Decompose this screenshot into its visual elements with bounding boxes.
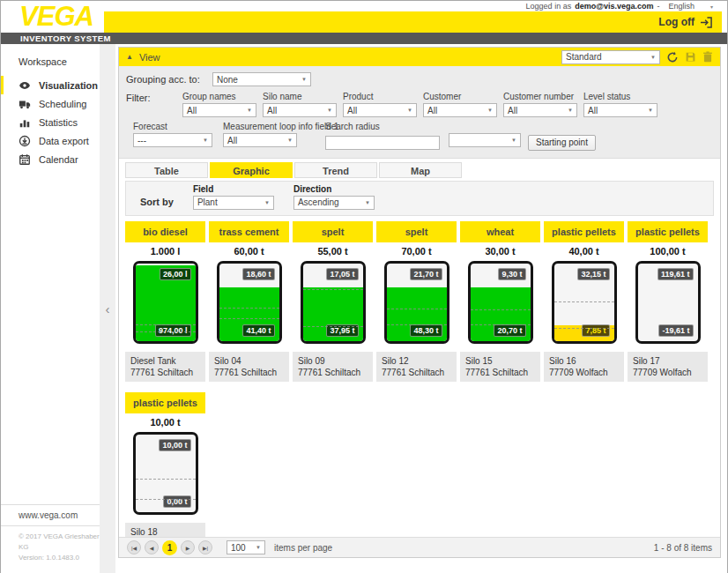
filter-select[interactable]: All▼ [263, 103, 337, 117]
search-radius-input[interactable] [325, 136, 440, 150]
silo-tank[interactable]: 18,60 t 41,40 t [209, 261, 289, 344]
silo-tank[interactable]: 17,05 t 37,95 t [293, 261, 373, 344]
sort-field-select[interactable]: Plant▼ [193, 196, 274, 210]
sidebar-item-data-export[interactable]: Data export [1, 131, 100, 150]
filter-select-value: All [427, 106, 437, 115]
filter-select-value: All [347, 106, 357, 115]
chevron-down-icon: ▼ [264, 200, 270, 205]
tab-table[interactable]: Table [125, 162, 208, 178]
save-view-button[interactable] [685, 51, 696, 63]
copyright-block: © 2017 VEGA Grieshaber KG Version: 1.0.1… [1, 526, 100, 563]
sidebar-item-calendar[interactable]: Calendar [1, 150, 100, 168]
tab-map[interactable]: Map [379, 162, 462, 178]
silo-tank[interactable]: 32,15 t 7,85 t [544, 261, 624, 344]
header-dark-bar: INVENTORY SYSTEM [1, 33, 727, 44]
sort-direction-select[interactable]: Ascending▼ [293, 196, 375, 210]
bar-chart-icon [19, 116, 31, 129]
filter-select[interactable]: All▼ [423, 103, 497, 117]
silo-capacity: 1.000 l [125, 242, 205, 261]
collapse-view-icon[interactable]: ▲ [126, 53, 133, 61]
tab-trend[interactable]: Trend [294, 162, 377, 178]
silo-tank[interactable]: 9,30 t 20,70 t [460, 261, 540, 344]
silo-capacity: 10,00 t [125, 413, 205, 432]
silo-product-header: plastic pellets [544, 221, 624, 242]
silo-location: 77761 Schiltach [214, 367, 284, 379]
silo-tank[interactable]: 26,00 l 974,00 l [125, 261, 205, 344]
sidebar-item-visualization[interactable]: Visualization [1, 76, 100, 94]
starting-point-button[interactable]: Starting point [528, 135, 596, 151]
tank-free-space-label: 119,61 t [657, 268, 694, 280]
filter-select-value: All [267, 106, 277, 115]
items-per-page-label: items per page [274, 543, 332, 553]
filter-select[interactable]: All▼ [583, 103, 657, 117]
silo-product-header: plastic pellets [628, 221, 708, 242]
previous-page-button[interactable]: ◀ [145, 540, 159, 554]
sidebar: Workspace Visualization Scheduling Stati… [1, 44, 100, 573]
silo-tank[interactable]: 21,70 t 48,30 t [376, 261, 457, 344]
next-page-button[interactable]: ▶ [181, 540, 195, 554]
tank-body: 9,30 t 20,70 t [468, 261, 533, 344]
tab-graphic[interactable]: Graphic [210, 162, 293, 178]
silo-product-header: plastic pellets [125, 392, 205, 413]
forecast-select[interactable]: ---▼ [133, 133, 212, 147]
filter-columns: Group names All▼ Silo name All▼ Product … [182, 92, 664, 117]
log-off-button[interactable]: Log off [658, 16, 713, 28]
view-panel-header: ▲ View Standard▼ [119, 48, 720, 66]
workspace-title: Workspace [1, 56, 100, 76]
chevron-down-icon: ▼ [203, 138, 208, 143]
grouping-select[interactable]: None▼ [212, 72, 311, 86]
page-size-select[interactable]: 100▼ [227, 540, 265, 554]
filter-column-label: Customer number [503, 92, 583, 101]
silo-card: plastic pellets 40,00 t 32,15 t 7,85 t S… [544, 221, 624, 382]
collapse-sidebar-chevron-icon[interactable]: ‹ [106, 301, 110, 316]
filter-select[interactable]: All▼ [503, 103, 577, 117]
filter-select[interactable]: All▼ [343, 103, 417, 117]
filter-column: Group names All▼ [182, 92, 262, 117]
vega-website-link[interactable]: www.vega.com [1, 504, 100, 526]
first-page-button[interactable]: |◀ [127, 540, 141, 554]
chevron-down-icon[interactable]: ▾ [710, 4, 713, 10]
main-content: ▲ View Standard▼ [115, 44, 727, 573]
current-page-button[interactable]: 1 [162, 540, 177, 555]
view-preset-value: Standard [566, 52, 602, 62]
header-yellow-bar: Log off [104, 11, 722, 33]
tank-content-label: 41,40 t [242, 324, 274, 337]
tank-body: 32,15 t 7,85 t [552, 261, 617, 344]
trash-icon [702, 51, 713, 63]
sidebar-item-label: Scheduling [39, 99, 86, 109]
sidebar-item-scheduling[interactable]: Scheduling [1, 94, 100, 113]
silo-footer: Silo 16 77709 Wolfach [544, 352, 624, 382]
silo-footer: Silo 15 77761 Schiltach [460, 352, 540, 382]
language-selector[interactable]: English [668, 2, 695, 11]
vega-logo[interactable]: VEGA [10, 1, 103, 33]
download-icon [19, 135, 31, 147]
silo-location: 77709 Wolfach [633, 367, 702, 379]
sidebar-item-label: Visualization [39, 80, 98, 91]
silo-capacity: 100,00 t [628, 242, 708, 261]
sidebar-item-statistics[interactable]: Statistics [1, 113, 100, 131]
threshold-line [554, 328, 614, 329]
filter-select[interactable]: All▼ [182, 103, 256, 117]
filter-column: Customer number All▼ [503, 92, 583, 117]
view-preset-select[interactable]: Standard▼ [561, 50, 660, 64]
tank-content-label: 0,00 t [163, 495, 190, 508]
delete-view-button[interactable] [702, 51, 713, 63]
tank-free-space-label: 21,70 t [410, 268, 442, 280]
eye-icon [19, 79, 31, 92]
filter-column-label: Customer [423, 92, 502, 101]
pagination-bar: |◀ ◀ 1 ▶ ▶| 100▼ items per page 1 - 8 of… [119, 537, 720, 557]
filter-select-value: All [508, 106, 517, 115]
silo-capacity: 55,00 t [293, 242, 373, 261]
tank-body: 17,05 t 37,95 t [301, 261, 366, 344]
radius-unit-select[interactable]: ▼ [449, 133, 521, 147]
last-page-button[interactable]: ▶| [198, 540, 212, 554]
refresh-button[interactable] [666, 51, 679, 63]
measurement-loop-select[interactable]: All▼ [223, 133, 297, 147]
forecast-value: --- [137, 136, 146, 145]
tank-free-space-label: 32,15 t [577, 268, 609, 280]
silo-product-header: spelt [293, 221, 373, 242]
silo-tank[interactable]: 119,61 t -19,61 t [628, 261, 708, 344]
app-window: Logged in as demo@vis.vega.com - English… [0, 0, 728, 573]
silo-tank[interactable]: 10,00 t 0,00 t [125, 432, 205, 515]
chevron-down-icon: ▼ [256, 545, 261, 550]
